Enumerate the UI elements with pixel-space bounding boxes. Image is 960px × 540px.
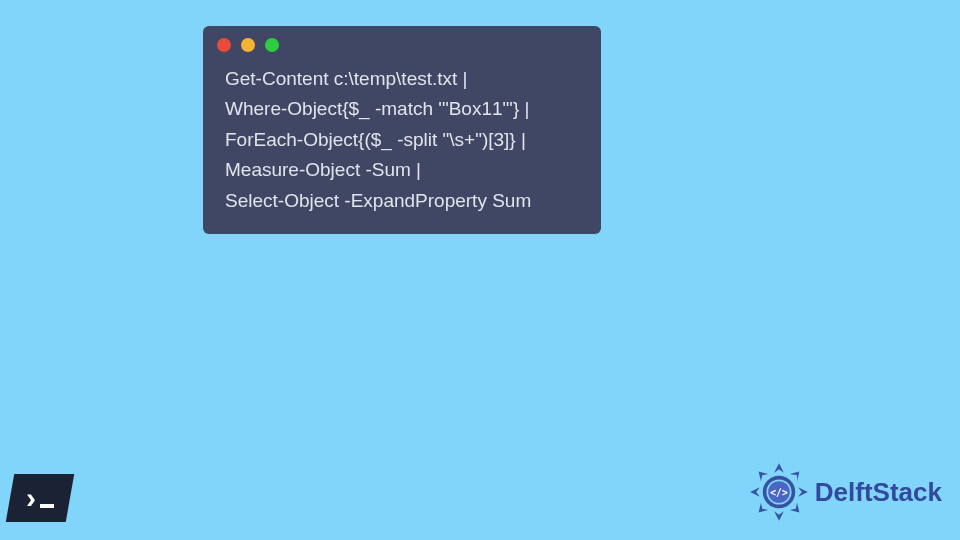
svg-text:</>: </>	[770, 487, 788, 498]
code-line: Where-Object{$_ -match '"Box11"'} |	[225, 98, 529, 119]
minimize-dot-icon[interactable]	[241, 38, 255, 52]
powershell-icon: ›	[6, 474, 74, 522]
window-titlebar	[203, 26, 601, 58]
code-line: Get-Content c:\temp\test.txt |	[225, 68, 468, 89]
svg-marker-4	[790, 472, 800, 482]
delftstack-logo-icon: </>	[749, 462, 809, 522]
brand-text: DelftStack	[815, 477, 942, 508]
svg-marker-5	[790, 503, 800, 513]
brand: </> DelftStack	[749, 462, 942, 522]
svg-marker-0	[774, 463, 784, 473]
svg-marker-1	[798, 487, 808, 497]
code-line: Measure-Object -Sum |	[225, 159, 421, 180]
code-body: Get-Content c:\temp\test.txt | Where-Obj…	[203, 58, 601, 220]
code-window: Get-Content c:\temp\test.txt | Where-Obj…	[203, 26, 601, 234]
svg-marker-7	[758, 472, 768, 482]
code-line: ForEach-Object{($_ -split "\s+")[3]} |	[225, 129, 526, 150]
code-line: Select-Object -ExpandProperty Sum	[225, 190, 531, 211]
svg-marker-2	[774, 511, 784, 521]
chevron-right-icon: ›	[26, 483, 36, 513]
underscore-icon	[40, 504, 54, 508]
svg-marker-6	[758, 503, 768, 513]
maximize-dot-icon[interactable]	[265, 38, 279, 52]
svg-marker-3	[750, 487, 760, 497]
close-dot-icon[interactable]	[217, 38, 231, 52]
